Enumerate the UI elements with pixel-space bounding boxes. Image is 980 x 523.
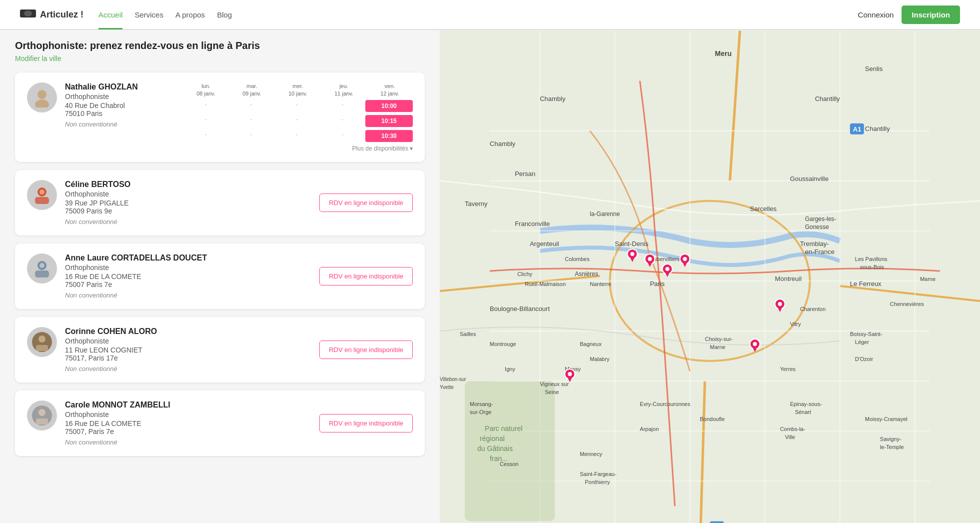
- day-date: 09 janv.: [242, 90, 261, 96]
- more-availability[interactable]: Plus de disponibilités ▾: [183, 145, 413, 152]
- svg-text:D'Ozoir: D'Ozoir: [855, 356, 874, 362]
- day-name: mer.: [292, 83, 303, 89]
- svg-text:Le Ferreux: Le Ferreux: [850, 280, 882, 288]
- svg-point-1: [24, 10, 32, 16]
- practitioner-address2: 75017, Paris 17e: [65, 354, 311, 362]
- svg-text:le-Temple: le-Temple: [880, 444, 904, 450]
- svg-text:Rueil-Malmaison: Rueil-Malmaison: [525, 281, 566, 287]
- slot-0-1: -: [228, 100, 274, 112]
- slot-1-0: -: [183, 115, 228, 127]
- svg-text:Marne: Marne: [920, 276, 936, 282]
- svg-text:sous-Bois: sous-Bois: [860, 264, 885, 270]
- connexion-button[interactable]: Connexion: [858, 10, 894, 19]
- nathalie-info: Nathalie GHOZLAN Orthophoniste 40 Rue De…: [65, 82, 175, 128]
- day-date: 10 janv.: [288, 90, 307, 96]
- rdv-unavailable-button[interactable]: RDV en ligne indisponible: [319, 194, 413, 212]
- nav-services[interactable]: Services: [134, 10, 163, 19]
- practitioner-name: Céline BERTOSO: [65, 180, 311, 189]
- svg-text:Goussainville: Goussainville: [790, 175, 829, 182]
- nav-blog[interactable]: Blog: [217, 10, 232, 19]
- availability-grid: lun.08 janv. mar.09 janv. mer.10 janv. j…: [183, 82, 413, 152]
- svg-text:Savigny-: Savigny-: [880, 436, 902, 442]
- svg-text:Villebon-sur: Villebon-sur: [440, 376, 466, 382]
- day-name: jeu.: [339, 83, 348, 89]
- slot-0-2: -: [274, 100, 319, 112]
- svg-text:Boulogne-Billancourt: Boulogne-Billancourt: [490, 305, 550, 312]
- rdv-unavailable-button[interactable]: RDV en ligne indisponible: [319, 414, 413, 432]
- svg-text:Argenteuil: Argenteuil: [530, 240, 559, 248]
- svg-text:Colombes: Colombes: [565, 256, 590, 262]
- slot-2-3: -: [320, 130, 365, 142]
- navbar: Articulez ! Accueil Services A propos Bl…: [0, 0, 980, 30]
- svg-text:Chantilly: Chantilly: [865, 125, 890, 132]
- svg-text:A1: A1: [853, 126, 862, 133]
- brand-icon: [20, 8, 36, 22]
- svg-text:Bondoufle: Bondoufle: [700, 416, 725, 422]
- practitioner-specialty: Orthophoniste: [65, 337, 311, 345]
- avatar-cortadellas: [27, 254, 57, 284]
- svg-text:Charenton: Charenton: [800, 306, 826, 312]
- nav-apropos[interactable]: A propos: [175, 10, 205, 19]
- rdv-unavailable-button[interactable]: RDV en ligne indisponible: [319, 267, 413, 286]
- nav-accueil[interactable]: Accueil: [98, 10, 122, 30]
- map-svg: Parc naturel régional du Gâtinais fran..…: [440, 30, 980, 523]
- practitioner-convention: Non conventionné: [65, 438, 311, 446]
- monnot-info: Carole MONNOT ZAMBELLI Orthophoniste 16 …: [65, 400, 311, 446]
- slot-2-4[interactable]: 10:30: [365, 130, 413, 142]
- slot-1-4[interactable]: 10:15: [365, 115, 413, 127]
- modify-city-link[interactable]: Modifier la ville: [15, 54, 61, 62]
- practitioner-specialty: Orthophoniste: [65, 92, 109, 100]
- inscription-button[interactable]: Inscription: [902, 6, 960, 24]
- svg-text:régional: régional: [480, 434, 505, 442]
- svg-text:Saint-Denis: Saint-Denis: [615, 240, 649, 248]
- practitioner-name: Corinne COHEN ALORO: [65, 327, 311, 336]
- slot-0-3: -: [320, 100, 365, 112]
- availability-header: lun.08 janv. mar.09 janv. mer.10 janv. j…: [183, 82, 413, 98]
- practitioner-specialty: Orthophoniste: [65, 264, 311, 272]
- svg-text:Arpajon: Arpajon: [640, 426, 659, 432]
- practitioner-address1: 11 Rue LEON COGNIET: [65, 346, 311, 354]
- svg-text:Asnières: Asnières: [575, 270, 598, 278]
- svg-text:Parc naturel: Parc naturel: [485, 424, 522, 432]
- svg-text:Chennevières: Chennevières: [890, 301, 924, 307]
- practitioner-specialty: Orthophoniste: [65, 190, 311, 198]
- practitioner-convention: Non conventionné: [65, 120, 117, 128]
- svg-rect-5: [35, 197, 49, 204]
- map-container[interactable]: Parc naturel régional du Gâtinais fran..…: [440, 30, 980, 523]
- svg-text:Moissy-Cramayel: Moissy-Cramayel: [865, 416, 908, 422]
- day-col-4: ven.12 janv.: [367, 82, 413, 98]
- svg-text:Choisy-sur-: Choisy-sur-: [705, 336, 733, 342]
- practitioner-address2: 75007 Paris 7e: [65, 280, 311, 288]
- svg-text:Tremblay-: Tremblay-: [800, 240, 829, 248]
- brand-label: Articulez !: [40, 10, 83, 20]
- svg-point-113: [630, 252, 634, 256]
- svg-text:Igny: Igny: [505, 366, 515, 372]
- navbar-right: Connexion Inscription: [858, 6, 960, 24]
- svg-text:Bagneux: Bagneux: [580, 341, 602, 347]
- svg-text:Persan: Persan: [515, 170, 535, 178]
- svg-text:Sarcelles: Sarcelles: [750, 205, 777, 212]
- svg-point-6: [39, 190, 44, 194]
- practitioner-specialty: Orthophoniste: [65, 410, 311, 418]
- svg-text:Yerres: Yerres: [780, 366, 796, 372]
- cohen-info: Corinne COHEN ALORO Orthophoniste 11 Rue…: [65, 327, 311, 372]
- practitioner-address2: 75009 Paris 9e: [65, 207, 311, 215]
- availability-rows: - - - - 10:00 - - - - 10:15: [183, 100, 413, 142]
- practitioner-address1: 40 Rue De Chabrol: [65, 102, 125, 110]
- svg-text:Montrouge: Montrouge: [490, 341, 516, 347]
- practitioner-name: Carole MONNOT ZAMBELLI: [65, 400, 311, 410]
- svg-point-122: [683, 257, 687, 261]
- svg-rect-8: [35, 270, 49, 278]
- svg-text:Yvette: Yvette: [440, 384, 454, 390]
- svg-text:Clichy: Clichy: [517, 271, 532, 277]
- svg-text:Seine: Seine: [545, 389, 559, 395]
- svg-rect-12: [36, 345, 48, 351]
- day-date: 12 janv.: [380, 90, 399, 96]
- brand-logo[interactable]: Articulez !: [20, 8, 83, 22]
- practitioner-convention: Non conventionné: [65, 218, 311, 226]
- map-panel[interactable]: Parc naturel régional du Gâtinais fran..…: [440, 30, 980, 523]
- rdv-unavailable-button[interactable]: RDV en ligne indisponible: [319, 340, 413, 359]
- slot-0-4[interactable]: 10:00: [365, 100, 413, 112]
- svg-text:Boissy-Saint-: Boissy-Saint-: [850, 331, 883, 337]
- svg-point-3: [35, 100, 49, 108]
